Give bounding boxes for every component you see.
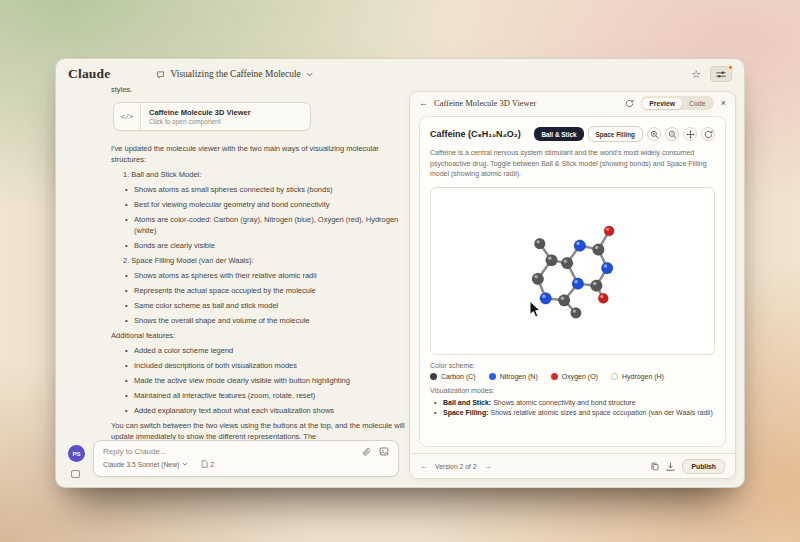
conversation-title: Visualizing the Caffeine Molecule xyxy=(170,69,300,79)
document-icon xyxy=(201,460,208,468)
layout-icon[interactable] xyxy=(71,470,80,478)
preview-code-toggle: Preview Code xyxy=(641,96,714,110)
artifact-panel-toggle-button[interactable] xyxy=(710,66,732,82)
chat-message-body: I've updated the molecule viewer with th… xyxy=(111,143,407,442)
artifact-panel-footer: ← Version 2 of 2 → Publish xyxy=(410,453,735,478)
zoom-in-button[interactable] xyxy=(647,127,661,141)
molecule-viewer[interactable] xyxy=(430,187,715,355)
message-line: I've updated the molecule viewer with th… xyxy=(111,143,407,165)
molecule-title: Caffeine (C₈H₁₀N₄O₂) xyxy=(430,129,521,139)
sliders-icon xyxy=(715,70,727,79)
viz-modes-section: Visualization modes: •Ball and Stick: Sh… xyxy=(420,380,725,427)
message-line: •Added explanatory text about what each … xyxy=(125,405,407,416)
message-line: 1. Ball and Stick Model: xyxy=(123,169,407,180)
pan-button[interactable] xyxy=(683,127,697,141)
claude-logo: Claude xyxy=(68,66,110,82)
legend-item: Nitrogen (N) xyxy=(489,373,538,380)
artifact-card-subtitle: Click to open component xyxy=(149,118,251,125)
message-line: •Atoms are color-coded: Carbon (gray), N… xyxy=(125,214,407,236)
reset-icon xyxy=(704,130,713,139)
next-version-button[interactable]: → xyxy=(484,462,492,471)
code-icon: </> xyxy=(114,103,141,130)
molecule-group xyxy=(532,225,614,317)
molecule-description: Caffeine is a central nervous system sti… xyxy=(420,148,725,180)
viz-mode-item: •Space Filling: Shows relative atomic si… xyxy=(430,408,715,419)
chat-thread: styles. </> Caffeine Molecule 3D Viewer … xyxy=(111,85,407,481)
message-line: •Shows the overall shape and volume of t… xyxy=(125,315,407,326)
zoom-out-button[interactable] xyxy=(665,127,679,141)
artifact-content: Caffeine (C₈H₁₀N₄O₂) Ball & Stick Space … xyxy=(419,116,726,447)
close-icon[interactable]: × xyxy=(721,99,726,108)
model-selector[interactable]: Claude 3.5 Sonnet (New) xyxy=(103,461,179,468)
message-line: Additional features: xyxy=(111,330,407,341)
move-icon xyxy=(686,130,695,139)
user-avatar[interactable]: PS xyxy=(68,445,85,462)
viz-modes-heading: Visualization modes: xyxy=(430,387,715,394)
publish-button[interactable]: Publish xyxy=(682,459,725,474)
color-dot xyxy=(489,373,496,380)
message-line: •Included descriptions of both visualiza… xyxy=(125,360,407,371)
message-line: •Made the active view mode clearly visib… xyxy=(125,375,407,386)
ball-stick-button[interactable]: Ball & Stick xyxy=(534,127,583,141)
message-line: •Same color scheme as ball and stick mod… xyxy=(125,300,407,311)
reply-input-box[interactable]: Reply to Claude... Claude 3.5 Sonnet (Ne… xyxy=(93,440,399,477)
artifact-chat-card[interactable]: </> Caffeine Molecule 3D Viewer Click to… xyxy=(113,102,311,131)
legend-item: Hydrogen (H) xyxy=(611,373,664,380)
reset-view-button[interactable] xyxy=(701,127,715,141)
space-filling-button[interactable]: Space Filling xyxy=(588,126,643,142)
download-icon[interactable] xyxy=(666,462,675,471)
color-scheme-heading: Color scheme: xyxy=(430,362,715,369)
viz-modes-list: •Ball and Stick: Shows atomic connectivi… xyxy=(430,398,715,419)
claude-app-window: Claude Visualizing the Caffeine Molecule… xyxy=(55,58,745,488)
magnifier-plus-icon xyxy=(650,130,659,139)
viz-mode-item: •Ball and Stick: Shows atomic connectivi… xyxy=(430,398,715,409)
color-dot xyxy=(611,373,618,380)
artifact-panel-header: ← Caffeine Molecule 3D Viewer Preview Co… xyxy=(410,92,735,114)
message-line: •Best for viewing molecular geometry and… xyxy=(125,199,407,210)
legend-item: Carbon (C) xyxy=(430,373,476,380)
paperclip-icon[interactable] xyxy=(362,447,371,456)
reply-placeholder[interactable]: Reply to Claude... xyxy=(103,447,167,456)
back-arrow-icon[interactable]: ← xyxy=(419,99,428,108)
attachment-counter[interactable]: 2 xyxy=(201,460,214,468)
color-scheme-section: Color scheme: Carbon (C)Nitrogen (N)Oxyg… xyxy=(420,359,725,380)
chat-compose-icon xyxy=(156,70,165,79)
tab-preview[interactable]: Preview xyxy=(642,98,682,109)
message-line: 2. Space Filling Model (van der Waals): xyxy=(123,255,407,266)
legend-row: Carbon (C)Nitrogen (N)Oxygen (O)Hydrogen… xyxy=(430,373,715,380)
message-line: •Shows atoms as small spheres connected … xyxy=(125,184,407,195)
screenshot-icon[interactable] xyxy=(379,447,389,456)
star-icon[interactable]: ☆ xyxy=(691,69,701,80)
version-label: Version 2 of 2 xyxy=(435,463,477,470)
color-dot xyxy=(430,373,437,380)
message-line: •Maintained all interactive features (zo… xyxy=(125,390,407,401)
app-header: Claude Visualizing the Caffeine Molecule… xyxy=(56,59,744,89)
chevron-down-icon xyxy=(182,462,188,466)
refresh-icon[interactable] xyxy=(625,99,634,108)
desktop-background: Claude Visualizing the Caffeine Molecule… xyxy=(0,0,800,542)
attachment-count: 2 xyxy=(210,461,214,468)
cursor-pointer xyxy=(530,301,540,317)
conversation-title-menu[interactable]: Visualizing the Caffeine Molecule xyxy=(156,69,312,79)
magnifier-minus-icon xyxy=(668,130,677,139)
message-line: •Represents the actual space occupied by… xyxy=(125,285,407,296)
artifact-panel-title: Caffeine Molecule 3D Viewer xyxy=(434,98,536,108)
prev-version-button[interactable]: ← xyxy=(420,462,428,471)
copy-icon[interactable] xyxy=(651,462,659,471)
tab-code[interactable]: Code xyxy=(682,98,712,109)
color-dot xyxy=(551,373,558,380)
legend-item: Oxygen (O) xyxy=(551,373,598,380)
message-line: •Shows atoms as spheres with their relat… xyxy=(125,270,407,281)
message-line: •Added a color scheme legend xyxy=(125,345,407,356)
message-line: You can switch between the two views usi… xyxy=(111,420,407,442)
message-line: •Bonds are clearly visible xyxy=(125,240,407,251)
chevron-down-icon xyxy=(306,72,313,77)
artifact-panel: ← Caffeine Molecule 3D Viewer Preview Co… xyxy=(409,91,736,479)
notification-dot xyxy=(728,65,733,70)
artifact-card-title: Caffeine Molecule 3D Viewer xyxy=(149,108,251,117)
